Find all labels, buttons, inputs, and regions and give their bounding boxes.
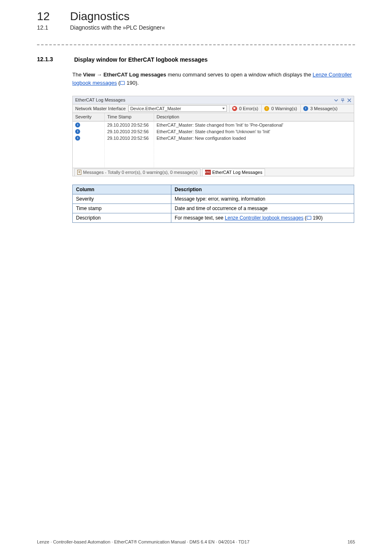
book-icon — [307, 216, 311, 220]
ethercat-icon: ETC — [205, 170, 211, 175]
error-icon: ✖ — [232, 106, 237, 111]
panel-titlebar: EtherCAT Log Messages — [73, 96, 354, 104]
warning-icon: ! — [264, 106, 269, 111]
col-timestamp[interactable]: Time Stamp — [105, 113, 154, 121]
tab-messages[interactable]: Messages - Totally 0 error(s), 0 warning… — [74, 169, 201, 176]
table-row: Severity Message type: error, warning, i… — [73, 194, 354, 204]
subsection-number: 12.1.3 — [37, 56, 72, 62]
log-row[interactable]: i 29.10.2010 20:52:56 EtherCAT_Master: S… — [73, 128, 354, 135]
svg-rect-0 — [342, 98, 344, 100]
document-icon — [77, 170, 81, 175]
subsection-title: Display window for EtherCAT logbook mess… — [74, 56, 208, 63]
log-row[interactable]: i 29.10.2010 20:52:56 EtherCAT_Master: N… — [73, 135, 354, 141]
chapter-header: 12 Diagnostics — [37, 10, 355, 23]
th-column: Column — [73, 185, 171, 194]
message-count[interactable]: 3 Message(s) — [310, 106, 338, 111]
logbook-link[interactable]: Lenze Controller logbook messages — [225, 215, 303, 221]
log-row-empty — [73, 155, 354, 161]
master-interface-dropdown[interactable]: Device.EtherCAT_Master — [128, 105, 227, 112]
separator — [300, 105, 301, 112]
separator — [229, 105, 230, 112]
ethercat-log-panel: EtherCAT Log Messages Network Master Int… — [72, 96, 354, 176]
log-grid-header: Severity Time Stamp Description — [73, 113, 354, 122]
page-footer: Lenze · Controller-based Automation · Et… — [37, 539, 355, 544]
separator — [261, 105, 262, 112]
footer-text: Lenze · Controller-based Automation · Et… — [37, 539, 249, 544]
divider — [37, 44, 355, 45]
page-number: 165 — [348, 539, 355, 544]
panel-toolbar: Network Master Interface Device.EtherCAT… — [73, 104, 354, 113]
col-description[interactable]: Description — [154, 113, 354, 121]
status-tabs: Messages - Totally 0 error(s), 0 warning… — [73, 168, 354, 176]
log-row-empty — [73, 148, 354, 155]
chapter-title: Diagnostics — [70, 10, 129, 23]
info-icon: i — [75, 129, 80, 134]
info-icon: i — [75, 136, 80, 141]
warning-count[interactable]: 0 Warning(s) — [271, 106, 297, 111]
pin-icon[interactable] — [341, 98, 345, 102]
column-description-table: Column Description Severity Message type… — [72, 185, 354, 223]
book-icon — [120, 81, 125, 85]
error-count[interactable]: 0 Error(s) — [239, 106, 258, 111]
th-description: Description — [171, 185, 354, 194]
info-icon: i — [303, 106, 308, 111]
log-row-empty — [73, 141, 354, 148]
col-severity[interactable]: Severity — [73, 113, 105, 121]
chapter-number: 12 — [37, 10, 68, 23]
log-row[interactable]: i 29.10.2010 20:52:56 EtherCAT_Master: S… — [73, 122, 354, 128]
toolbar-label: Network Master Interface — [75, 106, 126, 111]
panel-title-text: EtherCAT Log Messages — [75, 97, 125, 103]
log-row-empty — [73, 161, 354, 168]
close-icon[interactable] — [347, 98, 351, 102]
section-title: Diagnostics with the »PLC Designer« — [70, 24, 165, 31]
intro-paragraph: The View → EtherCAT Log messages menu co… — [72, 71, 355, 87]
section-number: 12.1 — [37, 24, 68, 31]
chevron-down-icon[interactable] — [334, 98, 338, 102]
info-icon: i — [75, 123, 80, 127]
table-row: Time stamp Date and time of occurrence o… — [73, 204, 354, 213]
subsection-heading: 12.1.3 Display window for EtherCAT logbo… — [37, 56, 355, 63]
section-header: 12.1 Diagnostics with the »PLC Designer« — [37, 24, 355, 31]
tab-ethercat-log[interactable]: ETC EtherCAT Log Messages — [202, 169, 265, 176]
table-row: Description For message text, see Lenze … — [73, 213, 354, 223]
